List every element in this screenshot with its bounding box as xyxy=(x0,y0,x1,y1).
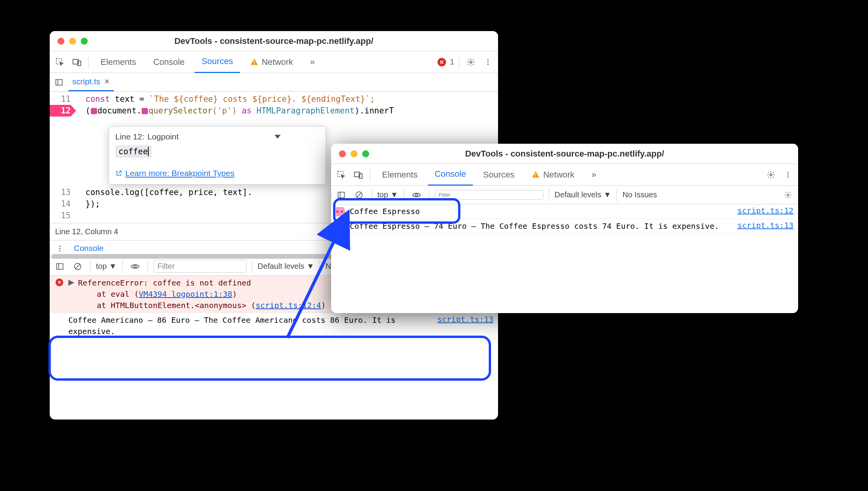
divider xyxy=(89,56,89,69)
log-message: Coffee Espresso – 74 Euro – The Coffee E… xyxy=(350,221,730,232)
live-expression-icon[interactable] xyxy=(410,188,424,202)
sidebar-toggle-icon[interactable] xyxy=(334,188,348,202)
svg-rect-14 xyxy=(57,263,63,269)
breakpoint-line-label: Line 12: xyxy=(115,132,144,141)
warning-icon xyxy=(250,58,259,66)
svg-point-25 xyxy=(770,174,772,176)
svg-line-32 xyxy=(357,193,361,197)
settings-icon[interactable] xyxy=(464,55,478,69)
svg-point-12 xyxy=(59,248,60,249)
tab-sources[interactable]: Sources xyxy=(476,164,521,185)
device-toolbar-icon[interactable] xyxy=(70,55,84,69)
tab-network[interactable]: Network xyxy=(243,52,300,73)
source-link[interactable]: script.ts:13 xyxy=(437,315,494,324)
svg-point-33 xyxy=(415,194,418,196)
source-link[interactable]: script.ts:12 xyxy=(738,206,794,215)
kebab-menu-icon[interactable] xyxy=(481,55,495,69)
svg-point-8 xyxy=(487,64,488,65)
console-log-row[interactable]: Coffee Americano – 86 Euro – The Coffee … xyxy=(50,313,498,339)
svg-rect-24 xyxy=(535,176,536,177)
console-prompt[interactable]: › xyxy=(331,234,798,248)
console-log-row[interactable]: •• Coffee Espresso script.ts:12 xyxy=(331,204,798,219)
tab-sources[interactable]: Sources xyxy=(194,51,240,73)
svg-point-28 xyxy=(787,176,788,178)
console-output: •• Coffee Espresso script.ts:12 Coffee E… xyxy=(331,204,798,248)
tabs-overflow[interactable]: » xyxy=(303,52,322,73)
svg-point-7 xyxy=(487,61,488,63)
minimize-window-icon[interactable] xyxy=(69,38,76,45)
window-controls xyxy=(339,150,369,157)
close-file-icon[interactable]: ✕ xyxy=(104,77,110,86)
log-levels-selector[interactable]: Default levels▼ xyxy=(555,190,611,199)
settings-icon[interactable] xyxy=(764,168,778,182)
expand-icon[interactable]: ▶ xyxy=(68,277,74,287)
window-controls xyxy=(57,38,88,45)
cursor-position: Line 12, Column 4 xyxy=(55,227,118,236)
live-expression-icon[interactable] xyxy=(128,259,142,273)
logpoint-expression-input[interactable]: coffee xyxy=(115,145,152,158)
context-selector[interactable]: top▼ xyxy=(377,190,398,199)
learn-more-link[interactable]: Learn more: Breakpoint Types xyxy=(115,169,234,178)
svg-point-6 xyxy=(487,59,488,60)
breakpoint-editor-popup: Line 12: Logpoint coffee Learn more: Bre… xyxy=(109,126,326,185)
source-link[interactable]: script.ts:13 xyxy=(738,221,794,230)
error-badge-icon[interactable]: ✕ xyxy=(437,58,446,66)
svg-point-5 xyxy=(470,61,472,63)
kebab-menu-icon[interactable] xyxy=(781,168,795,182)
svg-rect-4 xyxy=(254,63,255,64)
console-filter-input[interactable] xyxy=(435,190,543,200)
tab-elements[interactable]: Elements xyxy=(375,164,425,185)
property-hint-icon xyxy=(142,108,148,114)
clear-console-icon[interactable] xyxy=(352,188,366,202)
logpoint-badge-icon: •• xyxy=(336,207,346,216)
issues-indicator[interactable]: No Issues xyxy=(622,190,657,199)
main-tabbar: Elements Console Sources Network » ✕ 1 xyxy=(50,51,498,73)
navigator-toggle-icon[interactable] xyxy=(52,75,66,89)
svg-point-26 xyxy=(787,172,788,173)
close-window-icon[interactable] xyxy=(339,150,346,157)
svg-rect-9 xyxy=(56,79,62,85)
svg-rect-29 xyxy=(338,192,345,198)
window-title: DevTools - consistent-source-map-pc.netl… xyxy=(465,149,664,159)
log-message: Coffee Americano – 86 Euro – The Coffee … xyxy=(68,315,430,337)
drawer-menu-icon[interactable] xyxy=(53,242,67,256)
horizontal-scrollbar[interactable] xyxy=(51,254,346,259)
logpoint-marker[interactable]: 12 xyxy=(50,105,71,117)
tab-elements[interactable]: Elements xyxy=(94,52,143,73)
console-filter-input[interactable]: Filter xyxy=(153,260,247,273)
file-tab-script-ts[interactable]: script.ts ✕ xyxy=(68,73,114,91)
tab-network[interactable]: Network xyxy=(524,164,582,185)
context-selector[interactable]: top ▼ xyxy=(96,262,117,271)
inspect-icon[interactable] xyxy=(53,55,67,69)
console-settings-icon[interactable] xyxy=(781,188,795,202)
console-log-row[interactable]: Coffee Espresso – 74 Euro – The Coffee E… xyxy=(331,219,798,234)
line-gutter[interactable]: 11 12 13 14 15 xyxy=(50,92,75,223)
stack-link[interactable]: script.ts:12:4 xyxy=(256,301,321,310)
maximize-window-icon[interactable] xyxy=(81,38,88,45)
svg-point-18 xyxy=(134,265,136,268)
tab-console[interactable]: Console xyxy=(428,164,473,186)
close-window-icon[interactable] xyxy=(57,38,64,45)
inspect-icon[interactable] xyxy=(334,168,348,182)
minimize-window-icon[interactable] xyxy=(351,150,358,157)
log-levels-selector[interactable]: Default levels▼ xyxy=(258,262,314,271)
tabs-overflow[interactable]: » xyxy=(585,164,603,185)
error-icon: ✕ xyxy=(56,279,63,286)
device-toolbar-icon[interactable] xyxy=(351,168,365,182)
external-link-icon xyxy=(115,170,122,177)
sidebar-toggle-icon[interactable] xyxy=(53,259,67,273)
divider xyxy=(459,56,459,69)
tab-console[interactable]: Console xyxy=(146,52,192,73)
svg-rect-3 xyxy=(254,61,255,63)
chevron-down-icon[interactable] xyxy=(274,135,281,139)
log-message: Coffee Espresso xyxy=(350,206,730,217)
svg-line-17 xyxy=(76,264,80,268)
stack-link[interactable]: VM4394 logpoint:1:38 xyxy=(139,289,233,299)
property-hint-icon xyxy=(91,108,97,114)
breakpoint-type-selector[interactable]: Logpoint xyxy=(148,132,179,141)
titlebar: DevTools - consistent-source-map-pc.netl… xyxy=(331,144,798,164)
code-line-11: const text = `The ${coffee} costs ${pric… xyxy=(75,93,498,105)
maximize-window-icon[interactable] xyxy=(362,150,369,157)
clear-console-icon[interactable] xyxy=(71,259,85,273)
warning-icon xyxy=(531,171,540,179)
